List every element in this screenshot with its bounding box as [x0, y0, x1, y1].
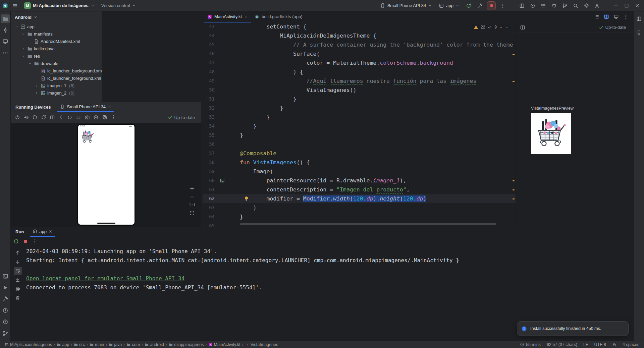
emulator-screen[interactable]: 7:37 ▪▪▪	[78, 125, 135, 225]
chevron-right-icon[interactable]	[34, 84, 39, 88]
tree-item-res[interactable]: res	[11, 52, 102, 60]
structure-icon[interactable]	[539, 2, 547, 10]
rerun-icon[interactable]	[12, 237, 20, 245]
tree-item-app[interactable]: app	[11, 23, 102, 30]
fold-icon[interactable]	[48, 113, 56, 121]
zoom-in-icon[interactable]	[190, 186, 195, 191]
terminal-icon[interactable]	[1, 272, 10, 281]
tool-windows-icon[interactable]	[518, 2, 526, 10]
trash-icon[interactable]	[14, 294, 22, 302]
scrollbar-warning-mark[interactable]	[513, 180, 515, 181]
line-number[interactable]: 44	[203, 31, 215, 40]
line-number[interactable]: 53	[203, 113, 215, 122]
version-control-widget[interactable]: Version control	[99, 2, 138, 9]
breadcrumb-item-com[interactable]: com	[126, 342, 140, 347]
scrollbar-warning-mark[interactable]	[513, 189, 515, 190]
breadcrumb-item-src[interactable]: src	[74, 342, 85, 347]
line-number[interactable]: 48	[203, 67, 215, 76]
line-number[interactable]: 59	[203, 167, 215, 176]
stop-process-icon[interactable]	[21, 237, 30, 245]
main-menu-icon[interactable]	[11, 1, 19, 10]
vcs-icon[interactable]	[1, 329, 10, 338]
code-line-52[interactable]: 52 }	[203, 104, 516, 113]
screenshot-icon[interactable]	[83, 113, 91, 121]
print-icon[interactable]	[14, 285, 22, 293]
code-line-62[interactable]: 62 modifier = Modifier.width(120.dp).hei…	[203, 194, 516, 203]
breadcrumb-item-MiAplicacionImagenes[interactable]: MiAplicacionImagenes	[5, 342, 52, 347]
vcs-icon[interactable]	[561, 2, 569, 10]
split-editor-icon[interactable]	[604, 14, 609, 19]
breadcrumb-item-miappimagenes[interactable]: miappimagenes	[169, 342, 204, 347]
snapshot-icon[interactable]	[101, 113, 109, 121]
code-line-63[interactable]: 63 )	[203, 203, 516, 212]
commit-icon[interactable]	[1, 26, 10, 35]
status-sync-time[interactable]: 55 mins	[520, 342, 541, 347]
chevron-right-icon[interactable]	[21, 47, 25, 51]
more-h-icon[interactable]	[1, 49, 10, 57]
image-preview-gutter-icon[interactable]	[220, 178, 225, 183]
code-line-55[interactable]: 55}	[203, 131, 516, 140]
clock-icon[interactable]	[1, 306, 10, 315]
preview-title[interactable]: VistaImagenesPreview	[531, 106, 574, 111]
tree-item-ic_launcher_foreground.xml[interactable]: ic_launcher_foreground.xml	[11, 74, 102, 82]
code-line-60[interactable]: 60 painterResource(id = R.drawable.image…	[203, 176, 516, 185]
line-number[interactable]: 45	[203, 40, 215, 49]
settings-icon[interactable]	[582, 2, 590, 10]
project-view-selector[interactable]: Android	[11, 11, 102, 23]
status-cursor-position[interactable]: 62:57 (37 chars)	[547, 342, 577, 347]
line-number[interactable]: 60	[203, 176, 215, 185]
maximize-icon[interactable]	[623, 2, 631, 10]
line-number[interactable]: 54	[203, 122, 215, 131]
code-line-58[interactable]: 58fun VistaImagenes() {	[203, 158, 516, 167]
power-icon[interactable]	[13, 113, 21, 121]
line-number[interactable]: 43	[203, 22, 215, 31]
line-number[interactable]: 63	[203, 203, 215, 212]
close-window-icon[interactable]	[633, 2, 641, 10]
rotate-left-icon[interactable]	[31, 113, 39, 121]
layout-inspector-icon[interactable]	[635, 15, 643, 23]
more-icon[interactable]	[109, 113, 117, 121]
run-anything-icon[interactable]	[529, 2, 537, 10]
scrollbar-warning-mark[interactable]	[513, 81, 515, 82]
code-line-61[interactable]: 61 contentDescription = "Imagen del prod…	[203, 185, 516, 194]
scrollbar-warning-mark[interactable]	[513, 198, 515, 199]
run-config-selector[interactable]: app	[437, 2, 462, 9]
code-line-57[interactable]: 57@Composable	[203, 149, 516, 158]
fit-screen-icon[interactable]	[190, 211, 195, 216]
console-logcat-link[interactable]: Open logcat panel for emulator Small Pho…	[26, 274, 627, 283]
stop-button[interactable]	[487, 1, 496, 10]
line-number[interactable]: 46	[203, 49, 215, 58]
volume-icon[interactable]	[22, 113, 30, 121]
device-monitor-icon[interactable]	[1, 37, 10, 46]
more-actions-icon[interactable]	[498, 1, 507, 10]
hammer-icon[interactable]	[1, 295, 10, 303]
line-number[interactable]: 58	[203, 158, 215, 167]
code-line-49[interactable]: 49 //Aquí llamaremos nuestra función par…	[203, 76, 516, 85]
tree-item-AndroidManifest.xml[interactable]: AndroidManifest.xml	[11, 38, 102, 45]
code-line-64[interactable]: 64}	[203, 212, 516, 221]
editor-list-icon[interactable]	[594, 14, 599, 19]
tree-item-drawable[interactable]: drawable	[11, 60, 102, 67]
arrow-down-icon[interactable]	[14, 258, 22, 266]
code-line-59[interactable]: 59 Image(	[203, 167, 516, 176]
rotate-right-icon[interactable]	[40, 113, 48, 121]
device-preview-icon[interactable]	[613, 14, 619, 19]
scroll-end-icon[interactable]	[14, 276, 22, 284]
code-line-45[interactable]: 45 // A surface container using the 'bac…	[203, 40, 516, 49]
code-line-54[interactable]: 54 }	[203, 122, 516, 131]
tab-mainactivity[interactable]: K MainActivity.kt	[204, 11, 251, 22]
status-line-ending[interactable]: LF	[583, 342, 588, 347]
build-button[interactable]	[476, 1, 484, 10]
editor-options-icon[interactable]	[623, 14, 629, 19]
prev-problem-icon[interactable]	[499, 25, 503, 29]
line-number[interactable]: 57	[203, 149, 215, 158]
chevron-down-icon[interactable]	[14, 25, 19, 28]
plugins-icon[interactable]	[550, 2, 558, 10]
profile-icon[interactable]	[593, 2, 601, 10]
code-line-43[interactable]: 43 setContent {	[203, 22, 516, 31]
code-line-56[interactable]: 56	[203, 140, 516, 149]
breadcrumb-item-java[interactable]: java	[109, 342, 122, 347]
tree-item-kotlin+java[interactable]: kotlin+java	[11, 45, 102, 52]
running-devices-title[interactable]: Running Devices	[15, 105, 51, 110]
breadcrumb-item-android[interactable]: android	[145, 342, 164, 347]
